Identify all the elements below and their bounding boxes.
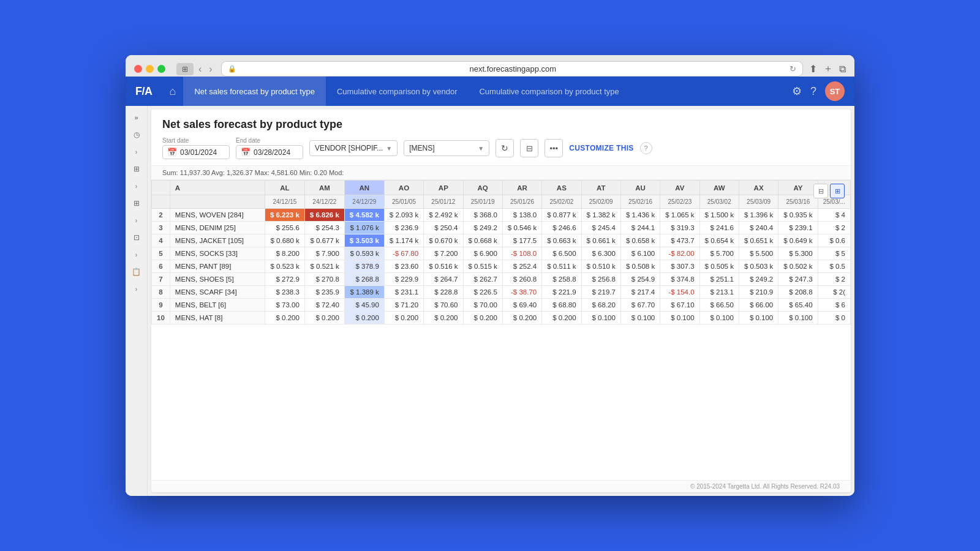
- cell-value[interactable]: $ 210.9: [739, 286, 778, 299]
- cell-value[interactable]: $ 0.516 k: [424, 260, 463, 273]
- reload-icon[interactable]: ↻: [790, 64, 796, 73]
- cell-value[interactable]: $ 374.8: [660, 273, 699, 286]
- cell-value[interactable]: $ 0.649 k: [778, 234, 818, 247]
- windows-icon[interactable]: ⧉: [839, 64, 846, 75]
- cell-value[interactable]: $ 255.6: [265, 222, 304, 234]
- cell-value[interactable]: $ 0.200: [304, 312, 344, 324]
- help-icon[interactable]: ?: [810, 85, 816, 98]
- cell-value[interactable]: $ 0.100: [581, 312, 620, 324]
- cell-value[interactable]: $ 6: [818, 299, 850, 312]
- cell-value[interactable]: $ 6.500: [542, 247, 581, 260]
- refresh-button[interactable]: ↻: [496, 139, 514, 157]
- cell-value[interactable]: $ 0.200: [463, 312, 502, 324]
- cell-value[interactable]: $ 250.4: [424, 222, 463, 234]
- cell-value[interactable]: $ 268.8: [344, 273, 384, 286]
- address-bar[interactable]: 🔒 next.forecastingapp.com ↻: [221, 61, 803, 77]
- cell-value[interactable]: $ 241.6: [699, 222, 739, 234]
- cell-value[interactable]: $ 6.223 k: [265, 209, 304, 222]
- cell-value[interactable]: $ 0.658 k: [620, 234, 660, 247]
- cell-value[interactable]: $ 0.100: [660, 312, 699, 324]
- cell-value[interactable]: $ 244.1: [620, 222, 660, 234]
- cell-value[interactable]: $ 0.200: [344, 312, 384, 324]
- cell-value[interactable]: $ 473.7: [660, 234, 699, 247]
- sidebar-item-4[interactable]: ⊡: [128, 231, 145, 244]
- user-avatar[interactable]: ST: [825, 81, 845, 101]
- share-icon[interactable]: ⬆: [809, 63, 817, 75]
- cell-value[interactable]: $ 0.680 k: [265, 234, 304, 247]
- cell-value[interactable]: $ 1.389 k: [344, 286, 384, 299]
- cell-value[interactable]: $ 254.9: [620, 273, 660, 286]
- cell-value[interactable]: $ 1.382 k: [581, 209, 620, 222]
- cell-value[interactable]: $ 72.40: [304, 299, 344, 312]
- cell-value[interactable]: $ 67.10: [660, 299, 699, 312]
- cell-value[interactable]: $ 208.8: [778, 286, 818, 299]
- tab-net-sales[interactable]: Net sales forecast by product type: [183, 77, 326, 106]
- maximize-button[interactable]: [157, 65, 165, 73]
- cell-value[interactable]: -$ 38.70: [502, 286, 541, 299]
- cell-value[interactable]: $ 0.670 k: [424, 234, 463, 247]
- cell-value[interactable]: $ 2: [818, 222, 850, 234]
- cell-value[interactable]: $ 73.00: [265, 299, 304, 312]
- table-row[interactable]: 10MENS, HAT [8]$ 0.200$ 0.200$ 0.200$ 0.…: [152, 312, 851, 324]
- cell-value[interactable]: $ 0.502 k: [778, 260, 818, 273]
- cell-value[interactable]: $ 6.900: [463, 247, 502, 260]
- cell-value[interactable]: $ 258.8: [542, 273, 581, 286]
- table-row[interactable]: 7MENS, SHOES [5]$ 272.9$ 270.8$ 268.8$ 2…: [152, 273, 851, 286]
- sidebar-collapse-btn[interactable]: »: [128, 111, 145, 124]
- cell-value[interactable]: $ 1.065 k: [660, 209, 699, 222]
- vendor-filter-select[interactable]: VENDOR [SHOPIF... ▼: [309, 140, 398, 156]
- cell-value[interactable]: $ 240.4: [739, 222, 778, 234]
- cell-value[interactable]: $ 319.3: [660, 222, 699, 234]
- sidebar-item-expand-1[interactable]: ›: [128, 145, 145, 159]
- cell-value[interactable]: -$ 82.00: [660, 247, 699, 260]
- cell-value[interactable]: $ 0.651 k: [739, 234, 778, 247]
- cell-value[interactable]: $ 0.668 k: [463, 234, 502, 247]
- sidebar-item-2[interactable]: ⊞: [128, 162, 145, 176]
- cell-value[interactable]: $ 0: [818, 312, 850, 324]
- cell-value[interactable]: $ 0.200: [384, 312, 423, 324]
- cell-value[interactable]: $ 138.0: [502, 209, 541, 222]
- sidebar-item-expand-2[interactable]: ›: [128, 179, 145, 193]
- sidebar-toggle[interactable]: ⊞: [176, 63, 194, 75]
- table-row[interactable]: 3MENS, DENIM [25]$ 255.6$ 254.3$ 1.076 k…: [152, 222, 851, 234]
- cell-value[interactable]: $ 6.100: [620, 247, 660, 260]
- settings-icon[interactable]: ⚙: [792, 84, 802, 98]
- cell-value[interactable]: $ 2.093 k: [384, 209, 423, 222]
- cell-value[interactable]: $ 7.900: [304, 247, 344, 260]
- cell-value[interactable]: $ 1.174 k: [384, 234, 423, 247]
- cell-value[interactable]: $ 45.90: [344, 299, 384, 312]
- cell-value[interactable]: $ 68.20: [581, 299, 620, 312]
- cell-value[interactable]: $ 217.4: [620, 286, 660, 299]
- cell-value[interactable]: $ 8.200: [265, 247, 304, 260]
- cell-value[interactable]: $ 264.7: [424, 273, 463, 286]
- cell-value[interactable]: $ 66.00: [739, 299, 778, 312]
- table-row[interactable]: 5MENS, SOCKS [33]$ 8.200$ 7.900$ 0.593 k…: [152, 247, 851, 260]
- cell-value[interactable]: $ 0.200: [502, 312, 541, 324]
- cell-value[interactable]: $ 2.492 k: [424, 209, 463, 222]
- new-tab-icon[interactable]: ＋: [823, 62, 833, 75]
- start-date-input[interactable]: 📅 03/01/2024: [162, 145, 230, 159]
- table-container[interactable]: ⊟ ⊞ A AL AM AN AO AP AQ: [151, 180, 851, 480]
- tab-cumulative-vendor[interactable]: Cumulative comparison by vendor: [326, 77, 469, 106]
- cell-value[interactable]: $ 368.0: [463, 209, 502, 222]
- export-button[interactable]: ⊟: [520, 139, 538, 157]
- cell-value[interactable]: $ 262.7: [463, 273, 502, 286]
- cell-value[interactable]: $ 0.510 k: [581, 260, 620, 273]
- cell-value[interactable]: $ 0.100: [778, 312, 818, 324]
- cell-value[interactable]: $ 6.826 k: [304, 209, 344, 222]
- cell-value[interactable]: $ 65.40: [778, 299, 818, 312]
- grid-view-btn[interactable]: ⊟: [813, 184, 828, 198]
- cell-value[interactable]: $ 0.100: [739, 312, 778, 324]
- cell-value[interactable]: $ 68.80: [542, 299, 581, 312]
- cell-value[interactable]: $ 69.40: [502, 299, 541, 312]
- minimize-button[interactable]: [146, 65, 154, 73]
- cell-value[interactable]: $ 1.436 k: [620, 209, 660, 222]
- more-options-button[interactable]: •••: [545, 139, 563, 157]
- cell-value[interactable]: $ 1.500 k: [699, 209, 739, 222]
- sidebar-item-expand-5[interactable]: ›: [128, 282, 145, 296]
- cell-value[interactable]: $ 378.9: [344, 260, 384, 273]
- cell-value[interactable]: $ 246.6: [542, 222, 581, 234]
- product-filter-select[interactable]: [MENS] ▼: [404, 140, 489, 156]
- cell-value[interactable]: $ 0.200: [424, 312, 463, 324]
- table-view-btn[interactable]: ⊞: [830, 184, 845, 198]
